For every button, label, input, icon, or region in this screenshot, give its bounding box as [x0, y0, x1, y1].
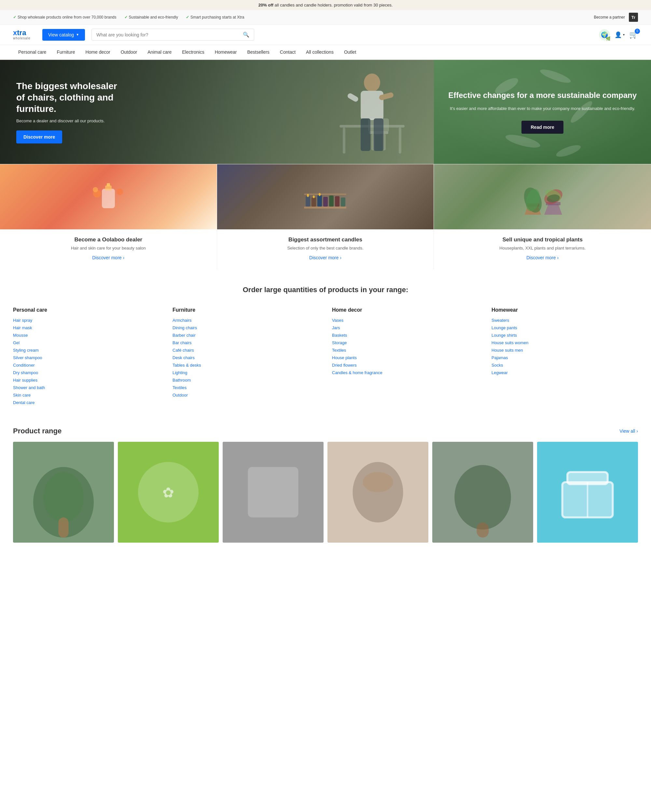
product-thumb-6[interactable] — [537, 442, 638, 543]
link-dry-shampoo[interactable]: Dry shampoo — [13, 370, 38, 375]
link-candles-fragrance[interactable]: Candles & home fragrance — [332, 370, 382, 375]
link-house-suits-men[interactable]: House suits men — [492, 348, 523, 353]
link-jars[interactable]: Jars — [332, 325, 340, 330]
link-textiles-decor[interactable]: Textiles — [332, 348, 346, 353]
feature-card-plants-image — [434, 164, 651, 229]
link-gel[interactable]: Gel — [13, 340, 20, 345]
link-dental-care[interactable]: Dental care — [13, 400, 35, 405]
link-hair-mask[interactable]: Hair mask — [13, 325, 32, 330]
globe-icon[interactable]: 🌍 🌿 — [599, 29, 610, 40]
nav-electronics[interactable]: Electronics — [177, 45, 209, 60]
svg-rect-48 — [59, 517, 69, 538]
product-range-title: Product range — [13, 427, 61, 435]
cart-button[interactable]: 🛒 0 — [629, 31, 638, 39]
list-item: Conditioner — [13, 362, 159, 368]
link-sweaters[interactable]: Sweaters — [492, 318, 509, 323]
link-house-suits-women[interactable]: House suits women — [492, 340, 528, 345]
feature-card-candles-title: Biggest assortment candles — [226, 237, 425, 243]
svg-rect-59 — [477, 522, 489, 538]
link-skin-care[interactable]: Skin care — [13, 393, 31, 398]
svg-point-23 — [116, 189, 123, 195]
account-button[interactable]: 👤 ▾ — [614, 31, 625, 38]
category-furniture: Furniture Armchairs Dining chairs Barber… — [173, 307, 319, 407]
product-thumb-1[interactable] — [13, 442, 114, 543]
feature-card-candles-content: Biggest assortment candles Selection of … — [217, 229, 434, 269]
info-item-1: ✓ Shop wholesale products online from ov… — [13, 15, 116, 20]
svg-point-16 — [504, 132, 541, 150]
text-resize-icon[interactable]: Tr — [629, 13, 638, 22]
svg-rect-26 — [306, 196, 310, 207]
link-vases[interactable]: Vases — [332, 318, 344, 323]
hero-person-illustration — [343, 73, 401, 164]
nav-outlet[interactable]: Outlet — [339, 45, 361, 60]
info-bar-items: ✓ Shop wholesale products online from ov… — [13, 15, 244, 20]
discover-more-button[interactable]: Discover more — [16, 130, 62, 143]
link-dining-chairs[interactable]: Dining chairs — [173, 325, 197, 330]
link-desk-chairs[interactable]: Desk chairs — [173, 355, 195, 360]
link-house-plants[interactable]: House plants — [332, 355, 357, 360]
hero-main-subtitle: Become a dealer and discover all our pro… — [16, 118, 121, 123]
read-more-button[interactable]: Read more — [521, 121, 563, 134]
search-input[interactable] — [96, 32, 240, 37]
nav-homewear[interactable]: Homewear — [209, 45, 242, 60]
check-icon-3: ✓ — [186, 15, 189, 20]
link-hair-spray[interactable]: Hair spray — [13, 318, 32, 323]
link-armchairs[interactable]: Armchairs — [173, 318, 192, 323]
link-baskets[interactable]: Baskets — [332, 333, 347, 338]
product-thumb-5[interactable] — [432, 442, 533, 543]
thumb-plant-illustration — [13, 442, 114, 543]
nav-personal-care[interactable]: Personal care — [13, 45, 52, 60]
nav-home-decor[interactable]: Home decor — [80, 45, 115, 60]
nav-outdoor[interactable]: Outdoor — [116, 45, 142, 60]
link-outdoor-furn[interactable]: Outdoor — [173, 393, 188, 398]
nav-animal-care[interactable]: Animal care — [142, 45, 177, 60]
link-conditioner[interactable]: Conditioner — [13, 363, 35, 368]
link-dried-flowers[interactable]: Dried flowers — [332, 363, 357, 368]
info-item-2: ✓ Sustainable and eco-friendly — [124, 15, 178, 20]
view-all-label: View all — [619, 429, 635, 433]
list-item: Outdoor — [173, 392, 319, 398]
product-thumb-4[interactable] — [327, 442, 428, 543]
nav-bestsellers[interactable]: Bestsellers — [242, 45, 274, 60]
product-thumb-2[interactable]: ✿ — [118, 442, 219, 543]
link-styling-cream[interactable]: Styling cream — [13, 348, 39, 353]
list-item: Tables & desks — [173, 362, 319, 368]
feature-card-candles-link[interactable]: Discover more › — [309, 255, 341, 260]
nav-furniture[interactable]: Furniture — [52, 45, 80, 60]
link-socks[interactable]: Socks — [492, 363, 503, 368]
feature-cards: Become a Oolaboo dealer Hair and skin ca… — [0, 164, 651, 269]
link-storage[interactable]: Storage — [332, 340, 347, 345]
link-tables-desks[interactable]: Tables & desks — [173, 363, 201, 368]
search-bar[interactable]: 🔍 — [92, 29, 254, 41]
svg-rect-53 — [248, 467, 298, 517]
link-shower-bath[interactable]: Shower and bath — [13, 385, 45, 390]
link-lounge-shirts[interactable]: Lounge shirts — [492, 333, 517, 338]
svg-point-22 — [93, 187, 98, 192]
link-cafe-chairs[interactable]: Café chairs — [173, 348, 194, 353]
link-barber-chair[interactable]: Barber chair — [173, 333, 196, 338]
link-legwear[interactable]: Legwear — [492, 370, 508, 375]
link-bar-chairs[interactable]: Bar chairs — [173, 340, 192, 345]
account-chevron-icon: ▾ — [623, 33, 625, 37]
feature-card-oolaboo-link[interactable]: Discover more › — [92, 255, 124, 260]
view-all-link[interactable]: View all › — [619, 429, 638, 433]
link-mousse[interactable]: Mousse — [13, 333, 28, 338]
link-lounge-pants[interactable]: Lounge pants — [492, 325, 517, 330]
list-item: Dried flowers — [332, 362, 478, 368]
link-lighting[interactable]: Lighting — [173, 370, 188, 375]
nav-contact[interactable]: Contact — [275, 45, 301, 60]
nav-all-collections[interactable]: All collections — [301, 45, 339, 60]
link-textiles-furn[interactable]: Textiles — [173, 385, 186, 390]
feature-card-plants-link[interactable]: Discover more › — [526, 255, 559, 260]
become-partner-link[interactable]: Become a partner — [594, 15, 625, 20]
arrow-icon-2: › — [340, 255, 341, 260]
list-item: Pajamas — [492, 355, 638, 360]
list-item: Dining chairs — [173, 325, 319, 330]
link-silver-shampoo[interactable]: Silver shampoo — [13, 355, 42, 360]
logo[interactable]: xtra wholesale — [13, 29, 36, 40]
link-pajamas[interactable]: Pajamas — [492, 355, 508, 360]
product-thumb-3[interactable] — [223, 442, 324, 543]
view-catalog-button[interactable]: View catalog ▼ — [42, 29, 85, 41]
link-bathroom[interactable]: Bathroom — [173, 378, 191, 383]
link-hair-supplies[interactable]: Hair supplies — [13, 378, 37, 383]
